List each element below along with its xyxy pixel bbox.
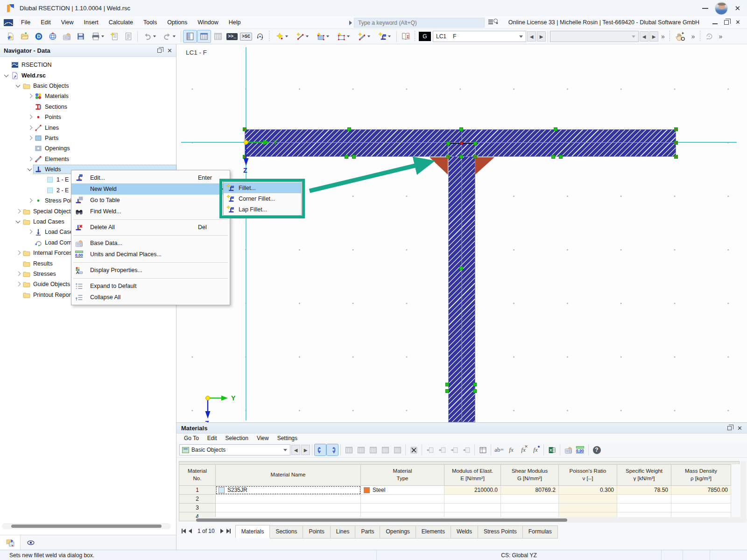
table-tab-sections[interactable]: Sections [270, 525, 303, 539]
poissons-ratio-cell[interactable] [559, 504, 617, 512]
menu-item-view[interactable]: View [253, 434, 273, 442]
navigator-toggle-button[interactable] [183, 30, 197, 43]
poissons-ratio-cell[interactable]: 0.300 [559, 486, 617, 495]
menu-item-settings[interactable]: Settings [274, 434, 301, 442]
modulus-cell[interactable] [444, 504, 501, 512]
specific-weight-cell[interactable] [617, 495, 671, 504]
context-menu-item-units-and-decimal-places[interactable]: 0,00Units and Decimal Places... [71, 249, 230, 260]
tree-item-lines[interactable]: Lines [0, 122, 176, 133]
new-model-button[interactable] [4, 30, 18, 43]
rename-button[interactable]: ab= [493, 444, 505, 456]
sync-table-button[interactable] [326, 444, 338, 456]
menu-item-edit[interactable]: Edit [204, 434, 221, 442]
tree-item-parts[interactable]: Parts [0, 133, 176, 143]
material-type-cell[interactable] [361, 504, 444, 512]
new-weld-button[interactable] [374, 30, 395, 43]
context-menu-item-delete-all[interactable]: Delete AllDel [71, 222, 230, 233]
last-table-button[interactable] [226, 529, 231, 533]
prev-load-case-button[interactable]: ◀ [527, 31, 536, 42]
toolbar-overflow-2[interactable]: » [691, 33, 695, 40]
table-scope-selector[interactable]: Basic Objects [179, 444, 290, 455]
fillet-weld-left[interactable] [430, 157, 448, 175]
tree-item-points[interactable]: Points [0, 112, 176, 122]
menu-item-window[interactable]: Window [193, 17, 222, 28]
support-button[interactable] [253, 30, 267, 43]
search-expander-icon[interactable] [349, 21, 352, 25]
table-tab-formulas[interactable]: Formulas [523, 525, 558, 539]
new-point-button[interactable] [271, 30, 292, 43]
delete-rows-button[interactable] [408, 444, 420, 456]
navigator-data-tab[interactable] [0, 535, 21, 550]
scope-prev-button[interactable]: ◀ [291, 445, 300, 455]
redo-button[interactable] [159, 30, 179, 43]
table-tool-2[interactable] [355, 444, 367, 456]
table-tool-4[interactable] [379, 444, 391, 456]
submenu-item-corner-fillet[interactable]: Corner Fillet... [224, 193, 301, 204]
mass-density-cell[interactable] [671, 495, 731, 504]
new-part-button[interactable] [312, 30, 333, 43]
user-avatar[interactable] [715, 2, 728, 15]
keyword-search-input[interactable] [354, 18, 485, 28]
specific-weight-cell[interactable] [617, 504, 671, 512]
menu-item-insert[interactable]: Insert [80, 17, 103, 28]
secondary-next-button[interactable]: ▶ [649, 31, 658, 42]
table-tab-parts[interactable]: Parts [355, 525, 380, 539]
tree-item-materials[interactable]: Materials [0, 91, 176, 101]
next-table-button[interactable] [220, 529, 224, 533]
modulus-cell[interactable]: 210000.0 [444, 486, 501, 495]
chevron-down-icon[interactable] [26, 166, 34, 173]
secondary-selector[interactable] [550, 31, 639, 42]
tables-toggle-button[interactable] [197, 30, 211, 43]
row-number-cell[interactable]: 2 [179, 495, 216, 504]
navigator-hscrollbar[interactable] [2, 523, 171, 529]
materials-float-icon[interactable] [727, 426, 732, 430]
materials-hscroll-thumb[interactable] [196, 518, 567, 522]
context-menu-item-go-to-table[interactable]: Go to Table [71, 195, 230, 206]
table-tool-5[interactable] [391, 444, 403, 456]
console-button[interactable]: >>_ [225, 30, 239, 43]
fillet-weld-right[interactable] [475, 157, 494, 175]
model-view-button[interactable] [46, 30, 60, 43]
menu-item-tools[interactable]: Tools [139, 17, 161, 28]
row-op-2[interactable] [436, 444, 448, 456]
materials-vscrollbar[interactable] [740, 461, 746, 521]
navigator-close-icon[interactable]: ✕ [167, 48, 172, 54]
context-menu-item-display-properties[interactable]: Display Properties... [71, 265, 230, 276]
material-type-cell[interactable] [361, 495, 444, 504]
view-table-button[interactable] [477, 444, 489, 456]
chevron-right-icon[interactable] [14, 270, 22, 278]
open-file-button[interactable] [18, 30, 32, 43]
tree-item-weld-rsc[interactable]: Weld.rsc [0, 70, 176, 80]
toolbar-overflow-3[interactable]: » [719, 33, 723, 40]
navigator-float-icon[interactable] [157, 49, 162, 53]
chevron-right-icon[interactable] [14, 208, 22, 215]
chevron-right-icon[interactable] [26, 134, 34, 142]
tree-item-openings[interactable]: Openings [0, 143, 176, 154]
row-number-cell[interactable]: 1 [179, 486, 216, 495]
context-menu-item-base-data[interactable]: Base Data... [71, 238, 230, 249]
chevron-right-icon[interactable] [26, 113, 34, 121]
prev-table-button[interactable] [189, 529, 192, 533]
pan-zoom-button[interactable] [672, 30, 689, 43]
tree-item-basic-objects[interactable]: Basic Objects [0, 81, 176, 91]
context-menu-item-collapse-all[interactable]: Collapse All [71, 292, 230, 303]
secondary-prev-button[interactable]: ◀ [640, 31, 648, 42]
print-button[interactable] [88, 30, 107, 43]
new-element-button[interactable] [353, 30, 374, 43]
materials-close-icon[interactable]: ✕ [737, 425, 742, 431]
tree-item-elements[interactable]: Elements [0, 154, 176, 164]
doc-minimize-button[interactable] [712, 23, 718, 24]
chevron-down-icon[interactable] [14, 218, 22, 225]
graphics-viewport[interactable]: LC1 - F [176, 44, 747, 422]
table-tab-openings[interactable]: Openings [380, 525, 416, 539]
chevron-right-icon[interactable] [26, 92, 34, 100]
context-menu-item-new-weld[interactable]: New Weld [71, 183, 230, 195]
first-table-button[interactable] [182, 529, 186, 533]
row-op-1[interactable] [424, 444, 436, 456]
new-printout-report-button[interactable] [107, 30, 121, 43]
modulus-cell[interactable] [444, 495, 501, 504]
tree-item-rsection[interactable]: RSECTION [0, 60, 176, 70]
table-tab-welds[interactable]: Welds [451, 525, 478, 539]
shear-modulus-cell[interactable] [501, 504, 559, 512]
material-name-cell[interactable] [216, 504, 361, 512]
